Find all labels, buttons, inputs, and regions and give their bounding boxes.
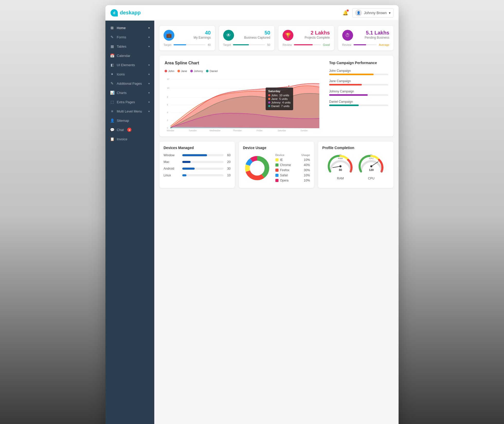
business-bar [233,44,249,45]
android-val: 30 [226,167,231,170]
projects-info: 2 Lakhs Projects Complete [296,30,330,39]
bottom-row: Devices Managed Window 60 Mac 20 Android [159,142,393,188]
sidebar-item-label: Charts [117,91,127,95]
sidebar-item-label: Forms [117,35,126,39]
business-info: 50 Business Captured [237,30,271,39]
user-name: Johnny Brown [364,11,387,15]
notification-bell[interactable]: 🔔 [343,10,348,16]
projects-status: Good [323,43,330,46]
chevron-down-icon: ▾ [148,82,150,85]
sidebar-item-label: Multi Level Menu [117,109,142,113]
linux-label: Linux [164,174,180,177]
devices-managed-title: Devices Managed [164,146,231,150]
svg-point-35 [370,165,372,167]
device-android: Android 30 [164,167,231,170]
svg-text:Monday: Monday [167,129,174,131]
avatar: 👤 [355,10,362,16]
cpu-gauge: 120 CPU 0 160 80 CPU [358,153,384,180]
chevron-down-icon: ▾ [148,91,150,94]
sidebar-item-chat[interactable]: 💬 Chat ● [105,125,154,134]
opera-usage: 10% [304,179,310,182]
forms-icon: ✎ [110,35,114,39]
sidebar-item-multi-level-menu[interactable]: ≡ Multi Level Menu ▾ [105,107,154,116]
profile-completion-title: Profile Completion [322,146,389,150]
campaign-daniel-bar [329,105,359,106]
sidebar-item-icons[interactable]: ✦ Icons ▾ [105,70,154,79]
top-bar: d deskapp 🔔 👤 Johnny Brown ▾ [105,5,399,21]
sidebar-item-label: UI Elements [117,63,135,67]
legend-daniel: Daniel [206,70,218,73]
tables-icon: ▦ [110,44,114,48]
mac-val: 20 [226,160,231,164]
gauges-row: 80 RAM 0 160 80 RAM [322,153,389,180]
campaign-john: John Campaign [329,69,388,75]
sidebar-item-ui-elements[interactable]: ◧ UI Elements ▾ [105,60,154,70]
legend-header: Device Usage [275,153,310,157]
legend-opera: Opera 10% [275,179,310,182]
legend-safari: Safari 10% [275,174,310,177]
daniel-dot [206,70,209,72]
svg-text:Wednesday: Wednesday [209,129,221,131]
sidebar-item-label: Icons [117,72,125,76]
safari-usage: 10% [304,174,310,177]
chat-badge: ● [127,128,131,132]
campaign-johnny: Johnny Campaign [329,90,388,96]
svg-text:Sunday: Sunday [301,129,308,131]
johnny-dot [190,70,193,72]
chrome-color [275,163,278,167]
campaign-johnny-bar [329,94,368,96]
sidebar-item-extra-pages[interactable]: ⬚ Extra Pages ▾ [105,97,154,107]
svg-text:80: 80 [370,154,372,156]
svg-text:12: 12 [167,78,169,80]
chat-icon: 💬 [110,128,114,132]
window-val: 60 [226,153,231,157]
logo: d deskapp [111,9,141,16]
donut-legend: Device Usage IE 10% [275,153,310,184]
svg-point-28 [339,165,341,167]
main-layout: ⊞ Home ▾ ✎ Forms ▾ ▦ Tables ▾ 📅 Calendar… [105,21,399,424]
jane-label: Jane [181,70,187,73]
chevron-down-icon: ▾ [148,45,150,48]
user-menu[interactable]: 👤 Johnny Brown ▾ [352,8,393,18]
donut-section: Device Usage IE 10% [243,153,310,184]
opera-color [275,179,278,182]
chart-section: Area Spline Chart John Jane [159,56,393,136]
stat-card-pending: ⏱ 5.1 Lakhs Pending Business Review Aver… [338,26,394,50]
linux-val: 10 [226,174,231,177]
pending-status: Average [379,43,389,46]
mac-label: Mac [164,160,180,164]
pending-number: 5.1 Lakhs [356,30,390,36]
opera-label: Opera [280,179,289,182]
svg-text:6: 6 [167,103,168,106]
donut-chart [243,154,271,183]
chart-legend: John Jane Johnny Daniel [165,70,324,73]
earnings-icon: 💼 [164,30,174,41]
ram-gauge-svg: 80 RAM 0 160 80 [328,153,353,174]
device-usage-title: Device Usage [243,146,310,150]
sidebar-item-home[interactable]: ⊞ Home ▾ [105,23,154,32]
sidebar-item-calendar[interactable]: 📅 Calendar [105,51,154,60]
svg-text:4: 4 [167,111,168,114]
sidebar-item-invoice[interactable]: 📋 Invoice [105,134,154,144]
firefox-usage: 30% [304,168,310,172]
ie-label: IE [280,158,283,162]
main-content: 💼 40 My Earnings Target 40 👁 [154,21,399,424]
sidebar-item-tables[interactable]: ▦ Tables ▾ [105,42,154,51]
legend-firefox: Firefox 30% [275,168,310,172]
sidebar-item-sitemap[interactable]: 👤 Sitemap [105,116,154,125]
area-spline-chart: 12 10 8 6 4 2 0 [165,75,324,131]
svg-text:0: 0 [361,170,362,172]
svg-text:160: 160 [380,170,383,172]
sidebar-item-forms[interactable]: ✎ Forms ▾ [105,32,154,42]
legend-johnny: Johnny [190,70,203,73]
top-right: 🔔 👤 Johnny Brown ▾ [343,8,393,18]
device-col-header: Device [275,153,284,157]
logo-icon: d [111,9,118,16]
campaign-jane: Jane Campaign [329,79,388,85]
sidebar-item-label: Invoice [117,137,127,141]
window-label: Window [164,153,180,157]
svg-text:RAM: RAM [338,157,343,160]
sidebar-item-additional-pages[interactable]: ✎ Additional Pages ▾ [105,79,154,88]
svg-line-27 [333,166,340,168]
sidebar-item-charts[interactable]: 📊 Charts ▾ [105,88,154,97]
